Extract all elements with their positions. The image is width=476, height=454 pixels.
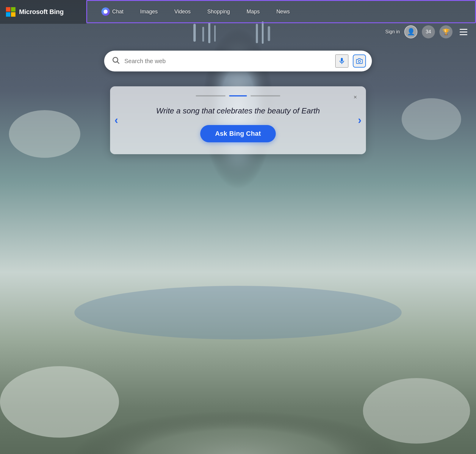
camera-button[interactable] (353, 54, 366, 68)
nav-item-maps[interactable]: Maps (238, 0, 268, 23)
nav-videos-label: Videos (174, 9, 191, 15)
search-input[interactable] (124, 58, 331, 65)
user-avatar[interactable]: 👤 (404, 25, 417, 38)
nav-item-shopping[interactable]: Shopping (199, 0, 238, 23)
ask-bing-chat-button[interactable]: Ask Bing Chat (200, 125, 276, 142)
main-nav: Chat Images Videos Shopping Maps News (86, 0, 476, 23)
card-prev-button[interactable]: ‹ (115, 114, 118, 127)
logo-area: Microsoft Bing (0, 0, 86, 24)
notification-count: 34 (426, 29, 431, 35)
nav-chat-label: Chat (112, 9, 123, 15)
background-water (30, 374, 446, 409)
nav-images-label: Images (140, 9, 158, 15)
svg-point-15 (113, 57, 118, 62)
card-tab-dot-3 (250, 95, 280, 96)
ms-logo-yellow (11, 12, 15, 17)
brand-name: Microsoft Bing (19, 8, 64, 16)
microsoft-logo (6, 7, 15, 17)
rewards-button[interactable]: 🏆 (439, 25, 452, 38)
card-next-button[interactable]: › (358, 114, 361, 127)
nav-news-label: News (276, 9, 290, 15)
user-icon: 👤 (407, 28, 415, 36)
card-tab-dot-2 (229, 95, 247, 96)
hamburger-line-1 (460, 29, 467, 30)
header: Microsoft Bing Chat Images Videos Shoppi… (0, 0, 476, 24)
close-icon: × (353, 94, 357, 101)
nav-shopping-label: Shopping (207, 9, 230, 15)
ms-logo-blue (6, 12, 10, 17)
user-area: Sign in 👤 34 🏆 (385, 25, 470, 38)
hamburger-line-3 (460, 34, 467, 35)
ms-logo-red (6, 7, 10, 12)
search-icon (112, 56, 120, 66)
nav-items-list: Chat Images Videos Shopping Maps News (93, 0, 469, 23)
search-area (104, 51, 372, 71)
hamburger-menu[interactable] (457, 25, 470, 38)
svg-point-17 (358, 60, 360, 62)
chat-bubble-icon (101, 7, 110, 16)
search-box (104, 51, 372, 71)
nav-item-chat[interactable]: Chat (93, 0, 132, 23)
card-tab-indicators (125, 95, 351, 96)
mic-button[interactable] (335, 54, 348, 68)
card-tab-dot-1 (196, 95, 226, 96)
rewards-icon: 🏆 (442, 28, 450, 35)
nav-item-news[interactable]: News (268, 0, 298, 23)
card-close-button[interactable]: × (350, 92, 360, 102)
chat-suggestion-card: × ‹ Write a song that celebrates the bea… (110, 86, 366, 154)
ms-logo-green (11, 7, 15, 12)
nav-maps-label: Maps (247, 9, 260, 15)
nav-item-videos[interactable]: Videos (166, 0, 199, 23)
nav-item-images[interactable]: Images (132, 0, 166, 23)
svg-line-16 (117, 62, 119, 63)
sign-in-button[interactable]: Sign in (385, 29, 400, 35)
notification-button[interactable]: 34 (422, 25, 435, 38)
suggestion-text: Write a song that celebrates the beauty … (125, 105, 351, 116)
hamburger-line-2 (460, 32, 467, 32)
